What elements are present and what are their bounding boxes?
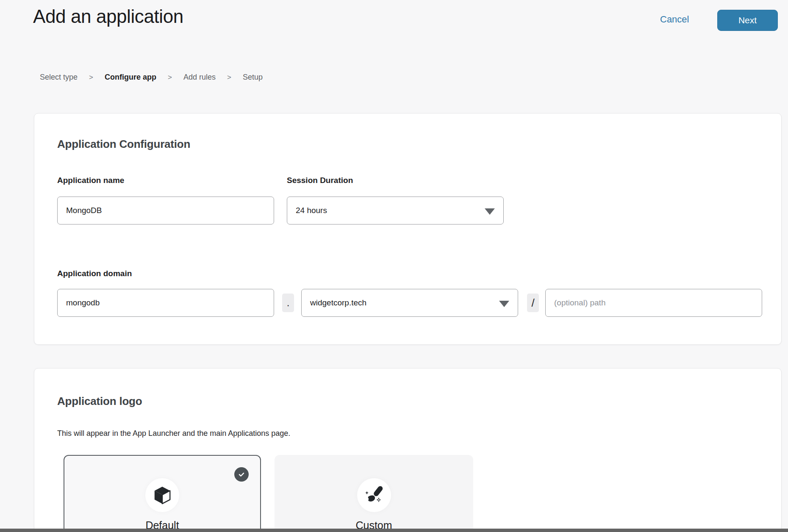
next-button[interactable]: Next xyxy=(717,10,778,31)
application-logo-card: Application logo This will appear in the… xyxy=(34,368,782,532)
breadcrumb-step-add-rules[interactable]: Add rules xyxy=(183,73,216,82)
application-configuration-card: Application Configuration Application na… xyxy=(34,113,782,345)
session-duration-value: 24 hours xyxy=(296,206,327,215)
breadcrumb-step-select-type[interactable]: Select type xyxy=(40,73,78,82)
logo-option-default[interactable]: Default xyxy=(64,455,261,532)
domain-select[interactable]: widgetcorp.tech xyxy=(301,289,518,317)
cube-icon xyxy=(153,485,172,505)
logo-option-custom[interactable]: Custom xyxy=(275,455,473,532)
session-duration-select[interactable]: 24 hours xyxy=(287,197,504,224)
subdomain-input[interactable] xyxy=(57,289,274,317)
slash-separator: / xyxy=(527,294,539,312)
window-bottom-edge xyxy=(0,529,788,532)
domain-select-value: widgetcorp.tech xyxy=(310,298,366,308)
dot-separator: . xyxy=(282,294,294,312)
chevron-separator: > xyxy=(168,73,172,82)
caret-down-icon xyxy=(485,208,495,215)
application-name-input[interactable] xyxy=(57,197,274,224)
cancel-button[interactable]: Cancel xyxy=(660,14,689,25)
logo-options: Default Custom xyxy=(64,455,473,532)
chevron-separator: > xyxy=(227,73,231,82)
logo-circle xyxy=(145,478,179,512)
logo-description: This will appear in the App Launcher and… xyxy=(57,429,290,438)
session-duration-label: Session Duration xyxy=(287,176,353,185)
logo-heading: Application logo xyxy=(57,395,142,408)
application-name-label: Application name xyxy=(57,176,124,185)
paintbrush-icon xyxy=(364,485,384,505)
breadcrumb-step-setup[interactable]: Setup xyxy=(243,73,263,82)
breadcrumb-step-configure-app[interactable]: Configure app xyxy=(105,73,156,82)
page-title: Add an application xyxy=(33,6,183,27)
chevron-separator: > xyxy=(89,73,93,82)
logo-circle xyxy=(357,478,391,512)
configuration-heading: Application Configuration xyxy=(57,138,190,151)
application-domain-label: Application domain xyxy=(57,269,132,278)
path-input[interactable] xyxy=(545,289,762,317)
check-icon xyxy=(234,467,249,482)
breadcrumb: Select type > Configure app > Add rules … xyxy=(40,73,263,82)
caret-down-icon xyxy=(499,301,509,307)
